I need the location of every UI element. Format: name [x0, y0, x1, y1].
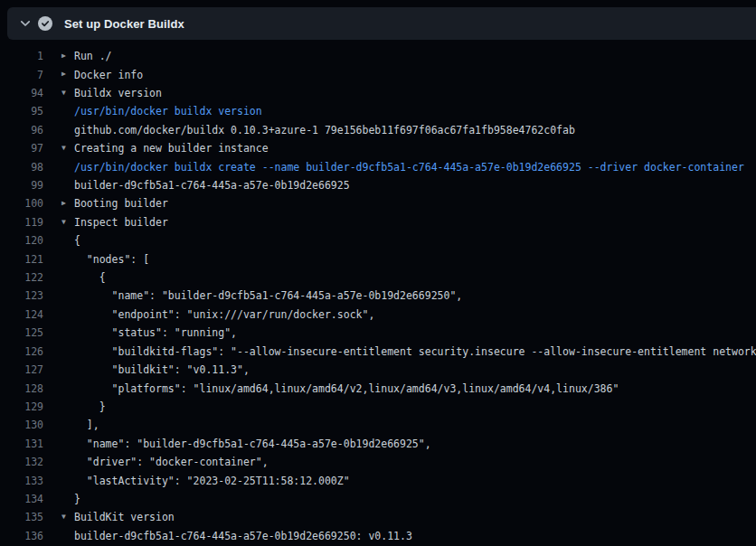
- log-row: 99builder-d9cfb5a1-c764-445a-a57e-0b19d2…: [0, 176, 756, 194]
- log-text: /usr/bin/docker buildx version: [74, 105, 262, 118]
- log-row: 136builder-d9cfb5a1-c764-445a-a57e-0b19d…: [0, 527, 756, 545]
- group-label[interactable]: Docker info: [74, 69, 143, 81]
- log-text: "endpoint": "unix:///var/run/docker.sock…: [74, 308, 374, 321]
- log-text: "status": "running",: [74, 326, 237, 339]
- log-row: 126 "buildkitd-flags": "--allow-insecure…: [0, 343, 756, 361]
- line-number[interactable]: 131: [0, 438, 43, 450]
- log-text: {: [74, 234, 80, 247]
- log-row: 127 "buildkit": "v0.11.3",: [0, 361, 756, 379]
- line-number[interactable]: 99: [0, 179, 43, 192]
- line-number[interactable]: 97: [0, 142, 43, 155]
- line-number[interactable]: 127: [0, 363, 43, 376]
- chevron-collapsed-icon[interactable]: ▶: [61, 194, 74, 212]
- log-text: builder-d9cfb5a1-c764-445a-a57e-0b19d2e6…: [74, 530, 412, 542]
- log-row: 98/usr/bin/docker buildx create --name b…: [0, 157, 756, 175]
- chevron-collapsed-icon[interactable]: ▶: [61, 47, 74, 65]
- chevron-expanded-icon[interactable]: ▼: [61, 213, 74, 231]
- line-number[interactable]: 133: [0, 475, 43, 487]
- line-number[interactable]: 134: [0, 493, 43, 505]
- line-number[interactable]: 119: [0, 216, 43, 229]
- line-number[interactable]: 135: [0, 511, 43, 523]
- line-number[interactable]: 129: [0, 400, 43, 413]
- line-number[interactable]: 125: [0, 326, 43, 339]
- log-row: 119▼Inspect builder: [0, 213, 756, 231]
- log-text: "buildkitd-flags": "--allow-insecure-ent…: [74, 345, 756, 358]
- log-text: "platforms": "linux/amd64,linux/amd64/v2…: [74, 382, 619, 395]
- log-row: 132 "driver": "docker-container",: [0, 453, 756, 471]
- line-number[interactable]: 128: [0, 382, 43, 395]
- log-text: "nodes": [: [74, 253, 149, 266]
- log-text: "name": "builder-d9cfb5a1-c764-445a-a57e…: [74, 438, 431, 450]
- line-number[interactable]: 124: [0, 308, 43, 321]
- log-row: 125 "status": "running",: [0, 324, 756, 342]
- line-number[interactable]: 1: [0, 50, 43, 62]
- log-row: 122 {: [0, 268, 756, 287]
- log-row: 134}: [0, 490, 756, 508]
- chevron-down-icon[interactable]: [18, 16, 33, 31]
- group-label[interactable]: Creating a new builder instance: [74, 142, 269, 155]
- step-title: Set up Docker Buildx: [64, 17, 184, 31]
- log-row: 130 ],: [0, 416, 756, 434]
- log-row: 135▼BuildKit version: [0, 508, 756, 526]
- log-row: 94▼Buildx version: [0, 84, 756, 102]
- line-number[interactable]: 123: [0, 289, 43, 302]
- line-number[interactable]: 100: [0, 197, 43, 210]
- line-number[interactable]: 121: [0, 253, 43, 266]
- log-row: 131 "name": "builder-d9cfb5a1-c764-445a-…: [0, 435, 756, 453]
- log-text: "name": "builder-d9cfb5a1-c764-445a-a57e…: [74, 289, 462, 302]
- log-row: 1▶Run ./: [0, 47, 756, 65]
- log-row: 123 "name": "builder-d9cfb5a1-c764-445a-…: [0, 287, 756, 305]
- line-number[interactable]: 130: [0, 419, 43, 431]
- log-row: 121 "nodes": [: [0, 249, 756, 268]
- log-text: ],: [74, 419, 99, 431]
- line-number[interactable]: 7: [0, 69, 43, 81]
- log-row: 100▶Booting builder: [0, 194, 756, 212]
- log-text: /usr/bin/docker buildx create --name bui…: [74, 161, 744, 174]
- log-pane[interactable]: 1▶Run ./7▶Docker info94▼Buildx version95…: [0, 47, 756, 546]
- actions-log-viewer: Set up Docker Buildx 1▶Run ./7▶Docker in…: [0, 0, 756, 546]
- chevron-expanded-icon[interactable]: ▼: [61, 139, 74, 157]
- chevron-expanded-icon[interactable]: ▼: [61, 508, 74, 526]
- line-number[interactable]: 120: [0, 234, 43, 247]
- log-row: 97▼Creating a new builder instance: [0, 139, 756, 157]
- log-row: 133 "lastActivity": "2023-02-25T11:58:12…: [0, 471, 756, 489]
- log-text: builder-d9cfb5a1-c764-445a-a57e-0b19d2e6…: [74, 179, 350, 192]
- step-header[interactable]: Set up Docker Buildx: [7, 7, 756, 40]
- log-row: 129 }: [0, 398, 756, 416]
- log-row: 96github.com/docker/buildx 0.10.3+azure-…: [0, 121, 756, 139]
- line-number[interactable]: 132: [0, 456, 43, 468]
- log-text: "lastActivity": "2023-02-25T11:58:12.000…: [74, 475, 350, 487]
- log-row: 124 "endpoint": "unix:///var/run/docker.…: [0, 306, 756, 324]
- group-label[interactable]: BuildKit version: [74, 511, 175, 523]
- log-text: }: [74, 493, 80, 505]
- chevron-expanded-icon[interactable]: ▼: [61, 84, 74, 102]
- line-number[interactable]: 122: [0, 271, 43, 284]
- group-label[interactable]: Buildx version: [74, 87, 162, 99]
- line-number[interactable]: 98: [0, 161, 43, 174]
- log-row: 120{: [0, 231, 756, 249]
- group-label[interactable]: Booting builder: [74, 197, 168, 210]
- log-text: }: [74, 400, 106, 413]
- group-label[interactable]: Inspect builder: [74, 216, 168, 229]
- line-number[interactable]: 96: [0, 124, 43, 136]
- line-number[interactable]: 94: [0, 87, 43, 99]
- log-row: 128 "platforms": "linux/amd64,linux/amd6…: [0, 379, 756, 397]
- line-number[interactable]: 136: [0, 530, 43, 542]
- chevron-collapsed-icon[interactable]: ▶: [61, 65, 74, 83]
- group-label[interactable]: Run ./: [74, 50, 112, 62]
- log-text: {: [74, 271, 106, 284]
- line-number[interactable]: 95: [0, 105, 43, 118]
- log-row: 95/usr/bin/docker buildx version: [0, 102, 756, 120]
- log-text: github.com/docker/buildx 0.10.3+azure-1 …: [74, 124, 575, 136]
- line-number[interactable]: 126: [0, 345, 43, 358]
- log-text: "driver": "docker-container",: [74, 456, 269, 468]
- log-row: 7▶Docker info: [0, 65, 756, 83]
- log-text: "buildkit": "v0.11.3",: [74, 363, 250, 376]
- check-circle-icon: [38, 16, 52, 31]
